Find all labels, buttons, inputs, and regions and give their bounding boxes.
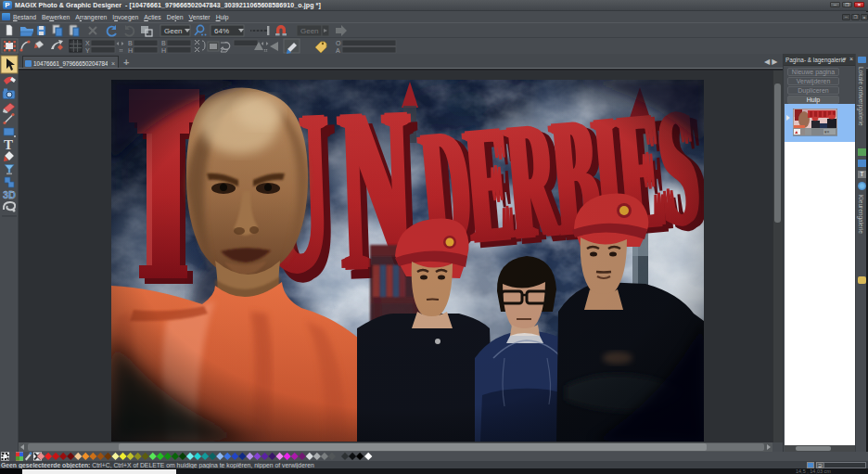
svg-text:64%: 64% [214,27,229,35]
svg-text:Geen: Geen [300,27,319,35]
svg-text:A: A [336,47,340,54]
svg-text:▾×: ▾× [824,129,830,135]
svg-text:Geen: Geen [164,27,183,35]
svg-text:X: X [85,40,90,46]
svg-text:H: H [128,47,133,54]
svg-text:H: H [161,47,166,54]
svg-text:O: O [336,40,341,46]
svg-text:Y: Y [85,47,90,54]
svg-text:B: B [161,40,166,46]
svg-text:T: T [4,137,13,152]
svg-text:B: B [128,40,133,46]
svg-text:3D: 3D [3,189,16,200]
